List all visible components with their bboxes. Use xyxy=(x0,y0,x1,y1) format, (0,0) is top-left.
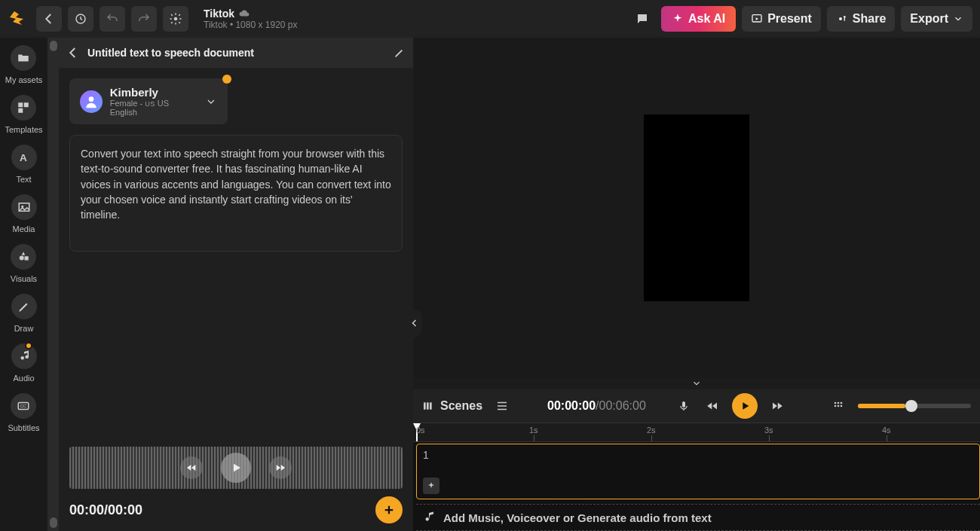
cloud-sync-icon xyxy=(239,8,250,19)
sidebar: My assets Templates A Text Media Visuals… xyxy=(0,38,48,531)
ruler-tick: 0s xyxy=(416,426,425,435)
export-label: Export xyxy=(910,12,948,26)
ruler-tick: 3s xyxy=(764,426,773,435)
sidebar-label: Media xyxy=(13,224,35,233)
canvas[interactable] xyxy=(413,38,980,377)
sidebar-label: My assets xyxy=(5,75,43,84)
scroll-down-arrow[interactable] xyxy=(50,517,57,528)
play-button[interactable] xyxy=(732,393,758,419)
share-button[interactable]: Share xyxy=(827,6,895,32)
rewind-button[interactable] xyxy=(180,456,203,479)
list-view-button[interactable] xyxy=(493,397,511,415)
pencil-icon xyxy=(17,300,31,313)
prev-button[interactable] xyxy=(703,397,721,415)
panel-scrollbar[interactable] xyxy=(48,38,59,531)
timeline-ruler[interactable]: 0s 1s 2s 3s 4s xyxy=(413,423,980,442)
next-button[interactable] xyxy=(768,397,786,415)
chevron-down-icon xyxy=(953,14,963,24)
time-display: 00:00:00/00:06:00 xyxy=(547,399,646,413)
svg-point-21 xyxy=(835,405,837,407)
undo-button[interactable] xyxy=(100,6,125,32)
sidebar-item-templates[interactable]: Templates xyxy=(5,95,42,134)
collapse-panel-button[interactable] xyxy=(407,309,422,337)
timeline-toggle[interactable] xyxy=(413,377,980,389)
redo-button[interactable] xyxy=(131,6,157,32)
sidebar-label: Draw xyxy=(14,324,34,333)
doc-title: Untitled text to speech document xyxy=(87,47,386,59)
export-button[interactable]: Export xyxy=(901,6,972,32)
voice-selector[interactable]: Kimberly Female - US US English xyxy=(69,78,228,124)
main-body: My assets Templates A Text Media Visuals… xyxy=(0,38,980,531)
audio-track-icon xyxy=(422,511,436,524)
scenes-label: Scenes xyxy=(440,399,482,413)
sidebar-item-audio[interactable]: Audio xyxy=(11,343,37,383)
chevron-down-icon xyxy=(205,96,217,108)
tts-text-input[interactable]: Convert your text into speech straight f… xyxy=(69,135,403,252)
grid-view-button[interactable] xyxy=(829,397,847,415)
wave-time-row: 00:00/00:00 xyxy=(69,489,403,523)
app-logo[interactable] xyxy=(8,8,30,30)
svg-text:CC: CC xyxy=(20,404,27,408)
add-to-timeline-button[interactable] xyxy=(375,496,403,523)
svg-rect-16 xyxy=(430,402,432,409)
ask-ai-button[interactable]: Ask AI xyxy=(661,6,736,32)
tts-header: Untitled text to speech document xyxy=(59,38,413,68)
svg-point-22 xyxy=(838,405,840,407)
sidebar-label: Visuals xyxy=(11,274,37,283)
sidebar-label: Subtitles xyxy=(8,423,39,432)
settings-button[interactable] xyxy=(163,6,188,32)
history-button[interactable] xyxy=(68,6,93,32)
track-effects-button[interactable] xyxy=(423,478,439,494)
zoom-thumb[interactable] xyxy=(905,400,917,412)
project-title-block[interactable]: Tiktok Tiktok • 1080 x 1920 px xyxy=(204,8,298,30)
present-label: Present xyxy=(767,12,812,26)
svg-rect-5 xyxy=(19,102,23,107)
video-track[interactable]: 1 xyxy=(416,444,980,499)
audio-track[interactable]: Add Music, Voiceover or Generate audio f… xyxy=(416,504,980,531)
svg-rect-15 xyxy=(427,402,429,409)
scenes-icon xyxy=(422,400,434,412)
mic-button[interactable] xyxy=(675,397,693,415)
share-label: Share xyxy=(853,12,886,26)
text-icon: A xyxy=(17,151,31,164)
templates-icon xyxy=(17,101,30,114)
svg-point-18 xyxy=(835,402,837,404)
zoom-slider[interactable] xyxy=(858,404,971,408)
edit-icon[interactable] xyxy=(394,47,406,59)
timeline-controls: Scenes 00:00:00/00:06:00 xyxy=(413,389,980,423)
back-arrow-icon[interactable] xyxy=(66,46,80,60)
scenes-button[interactable]: Scenes xyxy=(422,399,482,413)
svg-rect-7 xyxy=(19,108,23,113)
svg-rect-6 xyxy=(24,102,29,107)
music-icon xyxy=(17,349,31,363)
back-button[interactable] xyxy=(36,6,62,32)
cc-icon: CC xyxy=(17,399,30,413)
visuals-icon xyxy=(17,250,30,264)
scroll-up-arrow[interactable] xyxy=(50,41,57,51)
sidebar-item-subtitles[interactable]: CC Subtitles xyxy=(8,393,39,432)
ruler-tick: 1s xyxy=(529,426,538,435)
wave-play-button[interactable] xyxy=(221,453,251,483)
sidebar-label: Audio xyxy=(13,374,34,383)
voice-notification-dot xyxy=(222,75,231,84)
track-number: 1 xyxy=(423,449,429,461)
sidebar-label: Text xyxy=(16,175,31,184)
sidebar-item-text[interactable]: A Text xyxy=(11,145,37,184)
voice-name: Kimberly xyxy=(110,86,198,99)
svg-point-19 xyxy=(838,402,840,404)
forward-button[interactable] xyxy=(269,456,292,479)
sidebar-item-media[interactable]: Media xyxy=(11,194,37,233)
notification-dot xyxy=(25,342,32,349)
sidebar-item-assets[interactable]: My assets xyxy=(5,45,43,84)
waveform-area: 00:00/00:00 xyxy=(59,447,413,531)
audio-track-hint: Add Music, Voiceover or Generate audio f… xyxy=(443,511,712,524)
sidebar-item-visuals[interactable]: Visuals xyxy=(11,244,37,283)
voice-avatar xyxy=(80,90,103,113)
sidebar-item-draw[interactable]: Draw xyxy=(11,294,37,333)
waveform[interactable] xyxy=(69,447,403,489)
zoom-fill xyxy=(858,404,905,408)
present-button[interactable]: Present xyxy=(742,6,821,32)
chat-button[interactable] xyxy=(629,6,655,32)
share-icon xyxy=(836,13,848,25)
folder-icon xyxy=(17,51,30,65)
